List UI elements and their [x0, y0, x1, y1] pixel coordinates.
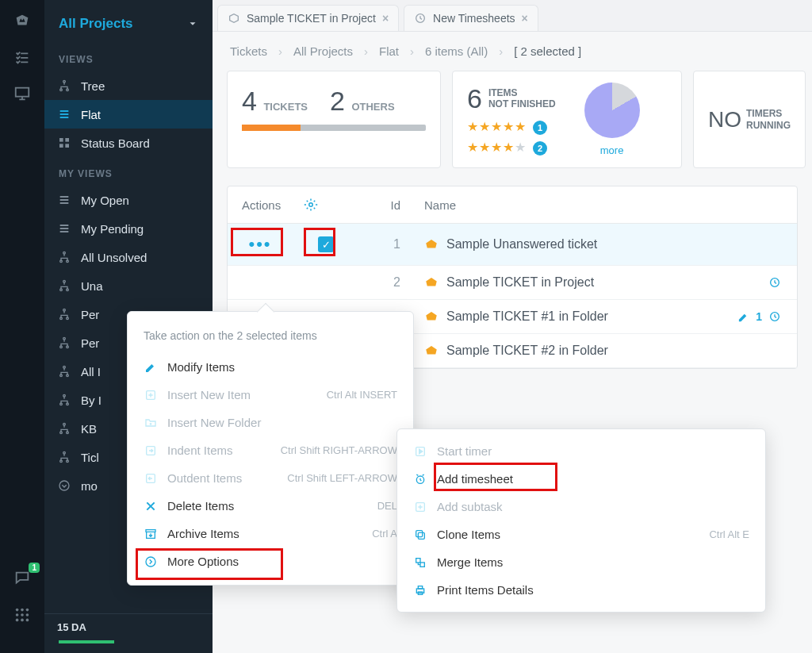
- svg-rect-16: [65, 144, 69, 148]
- svg-point-32: [63, 394, 66, 397]
- menu-start-timer[interactable]: Start timer: [397, 437, 765, 465]
- chat-icon[interactable]: 1: [11, 567, 33, 590]
- menu-label: Archive Items: [167, 527, 239, 540]
- svg-point-2: [21, 609, 24, 612]
- menu-insert-item[interactable]: Insert New Item Ctrl Alt INSERT: [128, 381, 413, 409]
- sidebar-item-label: All Unsolved: [81, 251, 147, 264]
- menu-print-items[interactable]: Print Items Details: [397, 576, 765, 604]
- row-checkbox[interactable]: ✓: [318, 236, 334, 252]
- sidebar-item-mypending[interactable]: My Pending: [44, 214, 213, 243]
- presentation-icon[interactable]: [11, 83, 33, 105]
- tree-icon: [57, 79, 71, 93]
- checklist-icon[interactable]: [11, 46, 33, 68]
- others-label: OTHERS: [351, 101, 394, 113]
- svg-point-27: [60, 346, 63, 348]
- merge-icon: [413, 556, 427, 569]
- keyboard-shortcut: Ctrl Shift LEFT-ARROW: [287, 472, 397, 484]
- svg-point-19: [67, 260, 69, 263]
- table-header-name[interactable]: Name: [424, 198, 789, 212]
- popover-title: Take action on the 2 selected items: [128, 323, 413, 353]
- menu-label: More Options: [167, 555, 239, 568]
- chevron-down-icon[interactable]: [187, 18, 198, 29]
- sidebar-item-myopen[interactable]: My Open: [44, 186, 213, 214]
- svg-point-6: [26, 613, 29, 617]
- svg-rect-55: [416, 558, 420, 562]
- tab-label: Sample TICKET in Project: [247, 12, 376, 25]
- table-header-id[interactable]: Id: [348, 198, 424, 212]
- row-name-text: Sample TICKET in Project: [446, 275, 594, 290]
- myviews-section-label: MY VIEWS: [44, 157, 213, 186]
- crumb-tickets[interactable]: Tickets: [230, 44, 267, 58]
- svg-point-29: [63, 366, 66, 368]
- menu-outdent-items[interactable]: Outdent Items Ctrl Shift LEFT-ARROW: [128, 464, 413, 492]
- close-icon[interactable]: ×: [382, 12, 389, 25]
- sidebar-item-label: Per: [81, 308, 99, 321]
- menu-insert-folder[interactable]: Insert New Folder: [128, 409, 413, 436]
- sidebar-item-una[interactable]: Una: [44, 271, 213, 300]
- timers-label-1: TIMERS: [746, 108, 791, 119]
- svg-point-40: [67, 460, 69, 463]
- table-row[interactable]: 2 Sample TICKET in Project: [228, 266, 797, 300]
- sidebar-item-flat[interactable]: Flat: [44, 100, 213, 129]
- tree-icon: [57, 450, 71, 464]
- crumb-selected: [ 2 selected ]: [514, 44, 581, 58]
- row-name-text: Sample TICKET #1 in Folder: [446, 309, 608, 324]
- svg-point-34: [67, 403, 69, 405]
- tab-label: New Timesheets: [433, 12, 515, 25]
- svg-point-9: [26, 619, 29, 622]
- svg-rect-56: [420, 563, 424, 567]
- menu-add-timesheet[interactable]: Add timesheet: [397, 465, 765, 493]
- list-icon: [57, 107, 71, 121]
- gear-icon[interactable]: [304, 198, 348, 212]
- delete-icon: [144, 500, 158, 513]
- svg-point-12: [67, 89, 69, 91]
- close-icon[interactable]: ×: [522, 12, 528, 25]
- keyboard-shortcut: Ctrl Shift RIGHT-ARROW: [281, 444, 397, 456]
- chevron-right-icon: ›: [410, 44, 414, 58]
- menu-merge-items[interactable]: Merge Items: [397, 548, 765, 576]
- crumb-allprojects[interactable]: All Projects: [293, 44, 353, 58]
- table-row[interactable]: ••• ✓ 1 Sample Unanswered ticket: [228, 224, 797, 266]
- menu-more-options[interactable]: More Options: [128, 547, 413, 575]
- items-summary-card: 6 ITEMS NOT FINISHED ★★★★★1 ★★★★★2 more: [452, 71, 682, 168]
- menu-label: Start timer: [437, 444, 492, 458]
- ticket-icon: [424, 309, 439, 324]
- sidebar-item-tree[interactable]: Tree: [44, 71, 213, 100]
- crumb-flat[interactable]: Flat: [379, 44, 399, 58]
- tab-new-timesheets[interactable]: New Timesheets ×: [404, 5, 538, 31]
- svg-point-7: [16, 619, 19, 622]
- menu-modify-items[interactable]: Modify Items: [128, 353, 413, 381]
- tickets-icon[interactable]: [11, 10, 33, 32]
- row-name-text: Sample TICKET #2 in Folder: [446, 344, 608, 358]
- trial-days-remaining[interactable]: 15 DA: [44, 614, 213, 640]
- items-label-2: NOT FINISHED: [488, 99, 556, 109]
- clock-icon: [768, 310, 781, 323]
- tree-icon: [57, 250, 71, 264]
- row-actions-button[interactable]: •••: [240, 233, 280, 255]
- menu-indent-items[interactable]: Indent Items Ctrl Shift RIGHT-ARROW: [128, 436, 413, 464]
- row-id: 2: [348, 275, 424, 290]
- menu-clone-items[interactable]: Clone Items Ctrl Alt E: [397, 520, 765, 548]
- sidebar-item-label: Ticl: [81, 451, 99, 464]
- menu-label: Add timesheet: [437, 472, 513, 486]
- sidebar-item-statusboard[interactable]: Status Board: [44, 129, 213, 157]
- menu-add-subtask[interactable]: Add subtask: [397, 493, 765, 520]
- chevron-right-icon: ›: [278, 44, 282, 58]
- sidebar-item-allunsolved[interactable]: All Unsolved: [44, 243, 213, 271]
- tab-sample-ticket[interactable]: Sample TICKET in Project ×: [217, 5, 399, 31]
- svg-point-8: [21, 619, 24, 622]
- crumb-items[interactable]: 6 items (All): [425, 44, 488, 58]
- svg-point-49: [146, 557, 155, 567]
- menu-archive-items[interactable]: Archive Items Ctrl A: [128, 520, 413, 547]
- more-link[interactable]: more: [600, 144, 624, 156]
- rating-5-stars: ★★★★★1: [467, 119, 556, 135]
- svg-point-22: [67, 289, 69, 291]
- project-selector[interactable]: All Projects: [59, 16, 133, 32]
- svg-point-33: [60, 403, 63, 405]
- menu-label: Indent Items: [167, 444, 233, 457]
- menu-delete-items[interactable]: Delete Items DEL: [128, 492, 413, 520]
- timers-card: NO TIMERS RUNNING: [693, 71, 806, 168]
- sidebar-item-label: Flat: [81, 108, 101, 121]
- apps-grid-icon[interactable]: [11, 604, 33, 626]
- svg-point-38: [63, 451, 66, 454]
